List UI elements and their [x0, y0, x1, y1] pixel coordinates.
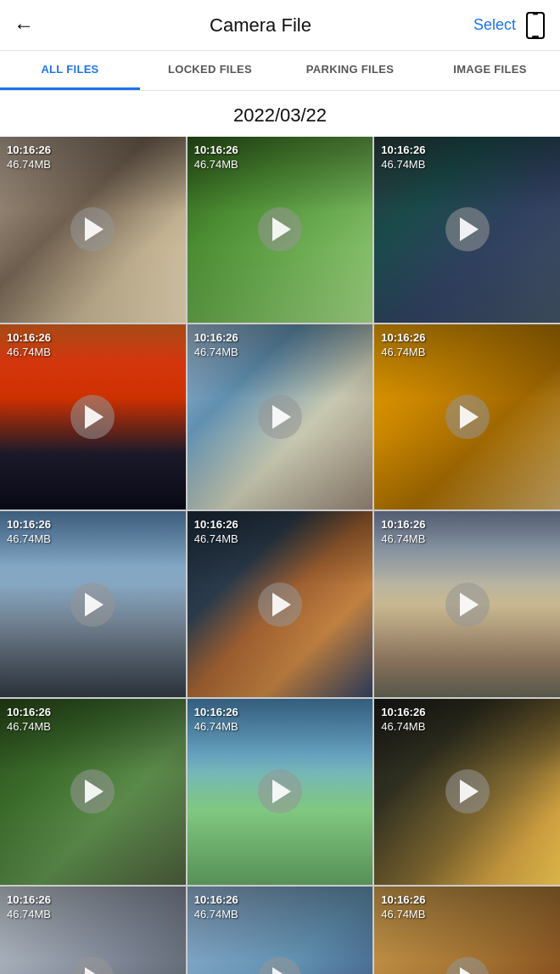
item-filesize: 46.74MB [7, 158, 51, 172]
list-item[interactable]: 10:16:26 46.74MB [374, 511, 560, 697]
item-info: 10:16:26 46.74MB [194, 706, 238, 735]
play-button[interactable] [445, 769, 490, 814]
item-filesize: 46.74MB [7, 532, 51, 547]
item-filesize: 46.74MB [381, 346, 425, 360]
item-info: 10:16:26 46.74MB [7, 518, 51, 547]
item-timestamp: 10:16:26 [381, 144, 425, 158]
play-button[interactable] [70, 395, 115, 439]
item-info: 10:16:26 46.74MB [7, 893, 51, 922]
item-filesize: 46.74MB [381, 532, 425, 547]
item-info: 10:16:26 46.74MB [381, 518, 425, 547]
play-icon [272, 780, 291, 803]
header-actions: Select [473, 12, 546, 39]
play-icon [272, 967, 291, 974]
list-item[interactable]: 10:16:26 46.74MB [0, 511, 186, 697]
tabs-bar: ALL FILES LOCKED FILES PARKING FILES IMA… [0, 51, 560, 91]
tab-all-files[interactable]: ALL FILES [0, 51, 140, 90]
list-item[interactable]: 10:16:26 46.74MB [0, 887, 186, 974]
item-filesize: 46.74MB [194, 532, 238, 547]
item-info: 10:16:26 46.74MB [194, 893, 238, 922]
item-info: 10:16:26 46.74MB [194, 518, 238, 547]
item-info: 10:16:26 46.74MB [7, 331, 51, 360]
list-item[interactable]: 10:16:26 46.74MB [374, 137, 560, 323]
item-filesize: 46.74MB [7, 720, 51, 735]
phone-icon [524, 12, 546, 39]
header: ← Camera File Select [0, 0, 560, 51]
list-item[interactable]: 10:16:26 46.74MB [188, 887, 373, 974]
item-filesize: 46.74MB [7, 346, 51, 360]
list-item[interactable]: 10:16:26 46.74MB [188, 699, 373, 885]
play-button[interactable] [445, 207, 490, 251]
svg-rect-2 [533, 14, 538, 15]
play-icon [85, 780, 104, 803]
play-icon [85, 217, 104, 241]
list-item[interactable]: 10:16:26 46.74MB [188, 511, 373, 697]
item-filesize: 46.74MB [194, 346, 238, 360]
select-button[interactable]: Select [473, 16, 516, 34]
play-icon [460, 217, 479, 241]
page-title: Camera File [48, 14, 473, 37]
item-timestamp: 10:16:26 [7, 518, 51, 532]
play-icon [85, 967, 104, 974]
svg-rect-1 [532, 36, 539, 37]
item-timestamp: 10:16:26 [381, 518, 425, 532]
item-info: 10:16:26 46.74MB [381, 144, 425, 172]
tab-parking-files[interactable]: PARKING FILES [280, 51, 420, 90]
item-timestamp: 10:16:26 [194, 706, 238, 720]
item-info: 10:16:26 46.74MB [381, 331, 425, 360]
item-timestamp: 10:16:26 [194, 518, 238, 532]
video-grid: 10:16:26 46.74MB 10:16:26 46.74MB 10:16:… [0, 137, 560, 974]
item-filesize: 46.74MB [381, 720, 425, 735]
item-filesize: 46.74MB [381, 908, 425, 922]
play-icon [460, 967, 479, 974]
item-timestamp: 10:16:26 [7, 706, 51, 720]
play-icon [85, 593, 104, 616]
play-icon [272, 593, 291, 616]
list-item[interactable]: 10:16:26 46.74MB [374, 324, 560, 510]
list-item[interactable]: 10:16:26 46.74MB [0, 699, 186, 885]
play-button[interactable] [258, 207, 302, 251]
item-info: 10:16:26 46.74MB [194, 331, 238, 360]
play-button[interactable] [258, 583, 302, 627]
item-timestamp: 10:16:26 [194, 893, 238, 908]
item-filesize: 46.74MB [194, 158, 238, 172]
list-item[interactable]: 10:16:26 46.74MB [188, 137, 373, 323]
play-button[interactable] [70, 207, 115, 251]
play-icon [272, 217, 291, 241]
play-icon [85, 405, 104, 429]
play-button[interactable] [70, 769, 115, 814]
item-info: 10:16:26 46.74MB [381, 893, 425, 922]
item-info: 10:16:26 46.74MB [381, 706, 425, 735]
item-timestamp: 10:16:26 [381, 331, 425, 346]
item-info: 10:16:26 46.74MB [7, 144, 51, 172]
item-filesize: 46.74MB [194, 720, 238, 735]
list-item[interactable]: 10:16:26 46.74MB [374, 699, 560, 885]
item-filesize: 46.74MB [7, 908, 51, 922]
tab-locked-files[interactable]: LOCKED FILES [140, 51, 280, 90]
date-header: 2022/03/22 [0, 91, 560, 137]
item-timestamp: 10:16:26 [7, 331, 51, 346]
list-item[interactable]: 10:16:26 46.74MB [0, 137, 186, 323]
item-info: 10:16:26 46.74MB [194, 144, 238, 172]
item-timestamp: 10:16:26 [194, 144, 238, 158]
list-item[interactable]: 10:16:26 46.74MB [188, 324, 373, 510]
play-icon [460, 405, 479, 429]
play-button[interactable] [258, 395, 302, 439]
list-item[interactable]: 10:16:26 46.74MB [374, 887, 560, 974]
list-item[interactable]: 10:16:26 46.74MB [0, 324, 186, 510]
item-timestamp: 10:16:26 [7, 144, 51, 158]
item-timestamp: 10:16:26 [381, 893, 425, 908]
item-timestamp: 10:16:26 [194, 331, 238, 346]
item-timestamp: 10:16:26 [7, 893, 51, 908]
play-button[interactable] [445, 583, 490, 627]
play-button[interactable] [445, 395, 490, 439]
play-icon [272, 405, 291, 429]
item-filesize: 46.74MB [381, 158, 425, 172]
play-icon [460, 593, 479, 616]
back-button[interactable]: ← [14, 14, 48, 37]
svg-rect-0 [527, 13, 544, 38]
tab-image-files[interactable]: IMAGE FILES [420, 51, 560, 90]
play-button[interactable] [258, 769, 302, 814]
item-filesize: 46.74MB [194, 908, 238, 922]
play-button[interactable] [70, 583, 115, 627]
